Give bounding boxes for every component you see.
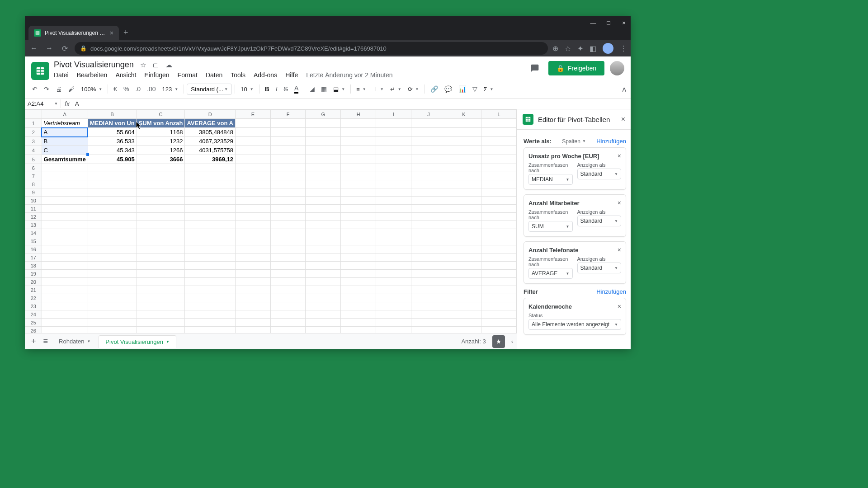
col-header-B[interactable]: B bbox=[88, 110, 137, 119]
cell[interactable] bbox=[236, 197, 271, 205]
cell[interactable] bbox=[270, 262, 306, 270]
cell[interactable] bbox=[270, 294, 306, 302]
cell[interactable] bbox=[137, 164, 185, 172]
cell[interactable] bbox=[446, 205, 481, 213]
cell[interactable] bbox=[411, 237, 446, 245]
cell[interactable] bbox=[481, 205, 517, 213]
cell[interactable] bbox=[376, 213, 411, 221]
cell[interactable] bbox=[411, 270, 446, 278]
cell[interactable] bbox=[88, 262, 137, 270]
cell[interactable] bbox=[341, 205, 376, 213]
cell[interactable] bbox=[270, 213, 306, 221]
cell[interactable]: 45.343 bbox=[88, 146, 137, 155]
cell[interactable] bbox=[446, 302, 481, 310]
cell[interactable] bbox=[270, 319, 306, 327]
font-size-dropdown[interactable]: 10 bbox=[238, 84, 256, 94]
cell[interactable] bbox=[306, 270, 341, 278]
row-header[interactable]: 24 bbox=[25, 310, 42, 319]
cell[interactable] bbox=[481, 128, 517, 137]
cell[interactable] bbox=[88, 213, 137, 221]
cell[interactable] bbox=[137, 302, 185, 310]
cell[interactable] bbox=[236, 294, 271, 302]
cell[interactable] bbox=[42, 327, 88, 333]
cell[interactable] bbox=[481, 137, 517, 146]
cell[interactable] bbox=[341, 188, 376, 197]
cell[interactable] bbox=[88, 172, 137, 180]
cell[interactable] bbox=[88, 197, 137, 205]
cell[interactable] bbox=[341, 119, 376, 128]
cell[interactable] bbox=[270, 119, 306, 128]
cell[interactable] bbox=[185, 319, 236, 327]
cell[interactable] bbox=[236, 119, 271, 128]
cell[interactable] bbox=[376, 119, 411, 128]
cell[interactable] bbox=[341, 327, 376, 333]
col-header-F[interactable]: F bbox=[270, 110, 306, 119]
cell[interactable] bbox=[88, 180, 137, 188]
cell[interactable] bbox=[270, 286, 306, 294]
cell[interactable] bbox=[306, 278, 341, 286]
cell[interactable] bbox=[270, 229, 306, 237]
cell[interactable] bbox=[88, 319, 137, 327]
cell[interactable] bbox=[341, 270, 376, 278]
col-header-A[interactable]: A bbox=[42, 110, 88, 119]
cell[interactable] bbox=[236, 310, 271, 319]
cell[interactable] bbox=[341, 302, 376, 310]
cloud-status-icon[interactable]: ☁ bbox=[165, 61, 172, 69]
row-header[interactable]: 14 bbox=[25, 229, 42, 237]
row-header[interactable]: 1 bbox=[25, 119, 42, 128]
cell[interactable] bbox=[137, 188, 185, 197]
cell[interactable] bbox=[42, 197, 88, 205]
cell[interactable] bbox=[481, 155, 517, 164]
close-window-button[interactable]: × bbox=[621, 19, 627, 26]
cell[interactable] bbox=[341, 229, 376, 237]
cell[interactable] bbox=[446, 155, 481, 164]
address-bar[interactable]: 🔒 docs.google.com/spreadsheets/d/1nVxVrV… bbox=[75, 42, 548, 55]
cell[interactable] bbox=[185, 286, 236, 294]
row-header[interactable]: 21 bbox=[25, 286, 42, 294]
cell[interactable] bbox=[446, 319, 481, 327]
cell[interactable] bbox=[185, 180, 236, 188]
close-panel-button[interactable]: × bbox=[621, 115, 625, 123]
explore-button[interactable] bbox=[492, 335, 505, 348]
cell[interactable] bbox=[446, 286, 481, 294]
cell[interactable] bbox=[236, 245, 271, 253]
cell[interactable]: 55.604 bbox=[88, 128, 137, 137]
cell[interactable] bbox=[236, 155, 271, 164]
comments-button[interactable] bbox=[527, 60, 543, 76]
cell[interactable] bbox=[376, 137, 411, 146]
cell[interactable] bbox=[376, 253, 411, 262]
cell[interactable] bbox=[236, 278, 271, 286]
borders-button[interactable]: ▦ bbox=[318, 84, 330, 94]
cell[interactable] bbox=[481, 197, 517, 205]
cell[interactable] bbox=[376, 205, 411, 213]
cell[interactable] bbox=[376, 278, 411, 286]
cell[interactable] bbox=[270, 270, 306, 278]
cell[interactable] bbox=[306, 229, 341, 237]
cell[interactable] bbox=[446, 253, 481, 262]
selection-handle[interactable] bbox=[86, 153, 89, 156]
cell[interactable] bbox=[185, 188, 236, 197]
cell[interactable] bbox=[236, 221, 271, 229]
cell[interactable] bbox=[341, 310, 376, 319]
cell[interactable] bbox=[185, 213, 236, 221]
cell[interactable] bbox=[236, 128, 271, 137]
menu-data[interactable]: Daten bbox=[206, 71, 222, 79]
h-align-button[interactable]: ≡ bbox=[354, 84, 369, 94]
menu-file[interactable]: Datei bbox=[54, 71, 69, 79]
cell[interactable] bbox=[306, 155, 341, 164]
cell[interactable] bbox=[306, 213, 341, 221]
cell[interactable] bbox=[270, 278, 306, 286]
cell[interactable] bbox=[411, 155, 446, 164]
italic-button[interactable]: I bbox=[273, 84, 280, 94]
cell[interactable] bbox=[270, 172, 306, 180]
cell[interactable] bbox=[481, 229, 517, 237]
cell[interactable] bbox=[481, 213, 517, 221]
insert-comment-button[interactable]: 💬 bbox=[442, 84, 455, 94]
print-button[interactable]: 🖨 bbox=[53, 84, 65, 94]
cell[interactable] bbox=[88, 270, 137, 278]
row-header[interactable]: 19 bbox=[25, 270, 42, 278]
cell[interactable] bbox=[42, 205, 88, 213]
cell[interactable] bbox=[270, 164, 306, 172]
cell[interactable]: Vertriebsteam bbox=[42, 119, 88, 128]
cell[interactable] bbox=[88, 245, 137, 253]
